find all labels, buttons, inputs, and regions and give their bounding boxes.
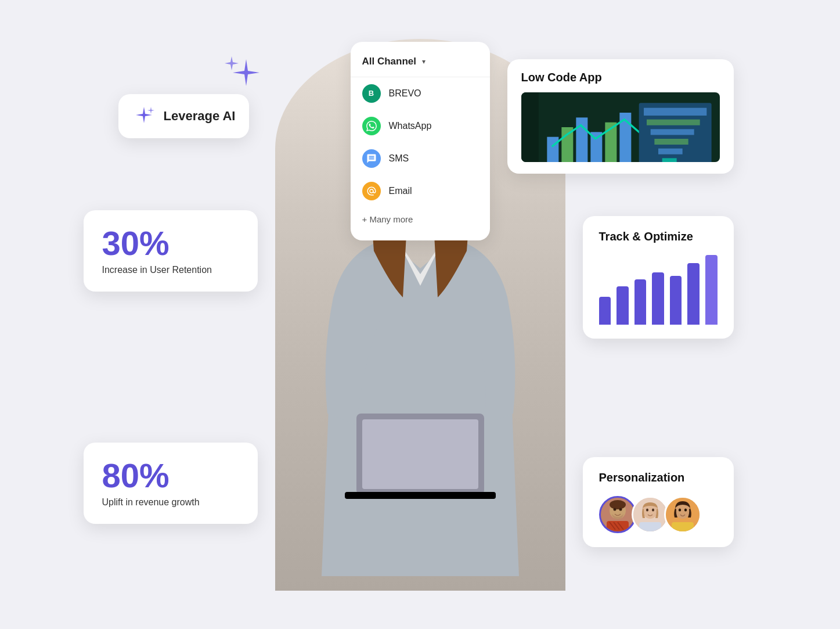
personalization-avatars: [599, 496, 718, 533]
leverage-ai-icon: [132, 105, 156, 128]
track-bar-chart: [599, 255, 718, 325]
avatar-3: [664, 496, 701, 533]
email-icon: [362, 182, 381, 200]
low-code-title: Low Code App: [521, 71, 720, 84]
channel-more-text: + Many more: [362, 214, 413, 224]
svg-rect-20: [658, 148, 682, 154]
track-title: Track & Optimize: [599, 230, 718, 243]
dashboard-inner: [521, 92, 720, 162]
retention-card: 30% Increase in User Retention: [84, 210, 258, 292]
svg-point-40: [684, 508, 686, 511]
channel-header-text: All Channel: [362, 56, 417, 67]
svg-rect-3: [362, 419, 478, 489]
bar-1: [599, 297, 611, 325]
retention-percent: 30%: [102, 227, 239, 260]
svg-point-28: [610, 500, 626, 509]
avatar-1: [599, 496, 636, 533]
low-code-dashboard: [521, 92, 720, 162]
dashboard-sidebar: [521, 92, 539, 162]
svg-point-35: [652, 508, 654, 511]
bar-4: [652, 272, 664, 325]
revenue-description: Uplift in revenue growth: [102, 497, 239, 508]
svg-rect-17: [646, 119, 700, 125]
bar-3: [634, 279, 647, 325]
whatsapp-label: WhatsApp: [389, 121, 432, 131]
whatsapp-icon: [362, 117, 381, 135]
leverage-ai-label: Leverage AI: [164, 109, 236, 124]
svg-rect-18: [650, 129, 694, 135]
channel-item-sms[interactable]: SMS: [351, 142, 490, 175]
channel-item-whatsapp[interactable]: WhatsApp: [351, 110, 490, 142]
svg-rect-37: [672, 522, 694, 531]
svg-rect-9: [547, 136, 558, 161]
personalization-title: Personalization: [599, 471, 718, 484]
brevo-label: BREVO: [389, 88, 421, 99]
email-label: Email: [389, 186, 412, 196]
mini-bar-chart: [542, 98, 716, 162]
svg-rect-16: [643, 107, 706, 115]
svg-rect-32: [639, 522, 661, 531]
avatar-2: [632, 496, 669, 533]
retention-description: Increase in User Retention: [102, 265, 239, 275]
dashboard-main: [539, 92, 720, 162]
chevron-down-icon: ▾: [422, 57, 426, 66]
main-scene: Leverage AI 30% Increase in User Retenti…: [72, 24, 769, 605]
channel-item-brevo[interactable]: B BREVO: [351, 77, 490, 110]
brevo-icon: B: [362, 84, 381, 103]
svg-point-29: [613, 508, 616, 511]
channel-more[interactable]: + Many more: [351, 207, 490, 231]
revenue-percent: 80%: [102, 459, 239, 493]
bar-2: [617, 286, 629, 325]
svg-point-34: [646, 508, 648, 511]
revenue-card: 80% Uplift in revenue growth: [84, 443, 258, 524]
bar-5: [670, 276, 682, 325]
track-optimize-card: Track & Optimize: [583, 216, 734, 339]
sms-icon: [362, 149, 381, 168]
bar-7: [705, 255, 718, 325]
sms-label: SMS: [389, 153, 409, 164]
channel-item-email[interactable]: Email: [351, 175, 490, 207]
bar-6: [687, 263, 700, 325]
channel-dropdown-card[interactable]: All Channel ▾ B BREVO WhatsApp SMS: [351, 42, 490, 240]
svg-point-30: [619, 508, 622, 511]
personalization-card: Personalization: [583, 457, 734, 547]
dashboard-charts: [542, 98, 716, 162]
svg-rect-19: [654, 138, 688, 144]
channel-dropdown-header[interactable]: All Channel ▾: [351, 51, 490, 77]
svg-rect-4: [345, 492, 496, 499]
svg-rect-11: [576, 117, 587, 162]
sparkle-decoration: [217, 53, 264, 102]
low-code-card: Low Code App: [507, 59, 734, 174]
svg-rect-21: [662, 158, 676, 162]
svg-point-39: [678, 508, 680, 511]
